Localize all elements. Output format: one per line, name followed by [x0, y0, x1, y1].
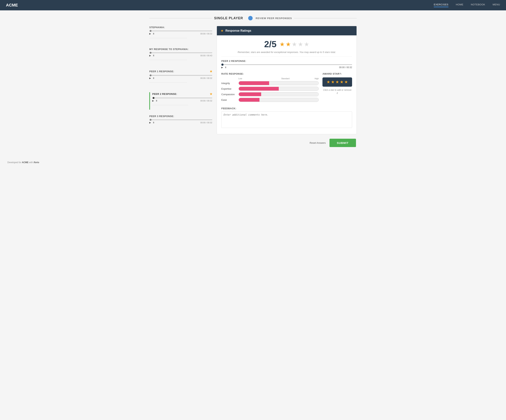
peer-track-dot: [221, 64, 224, 66]
audio-section-peer1: PEER 1 RESPONSE: ★ ▶ ⏸ 00:00 / 00:32: [149, 70, 212, 87]
peer3-play-btn[interactable]: ▶: [149, 121, 151, 124]
peer3-progress-dot: [150, 119, 152, 121]
bar-fill-integrity: [239, 81, 269, 85]
footer-forio: /forio: [33, 161, 39, 164]
my-response-pause-btn[interactable]: ⏸: [153, 54, 155, 57]
overall-rating: 2/5 ★ ★ ★ ★ ★: [221, 39, 352, 49]
tab-line-left: [149, 18, 212, 18]
peer1-divider: [149, 82, 187, 83]
tab-dot-separator: [248, 16, 253, 20]
peer2-track: ▶ ⏸ 00:00 / 00:32: [152, 98, 212, 102]
footer-brand: ACME: [22, 161, 28, 164]
star-display: ★ ★ ★ ★ ★: [280, 41, 309, 48]
peer3-track: ▶ ⏸ 00:00 / 00:32: [149, 120, 212, 124]
bar-row-integrity: Integrity: [221, 81, 319, 85]
peer-track-progress[interactable]: [221, 64, 352, 65]
peer2-pause-btn[interactable]: ⏸: [155, 100, 158, 102]
stephania-progress-bar[interactable]: [149, 31, 212, 31]
nav-exercises[interactable]: EXERCISES: [434, 3, 448, 7]
star-4[interactable]: ★: [298, 41, 303, 48]
rating-divider: [221, 56, 352, 57]
star-3[interactable]: ★: [292, 41, 297, 48]
award-star-1[interactable]: ★: [326, 80, 330, 84]
overall-score: 2/5: [264, 39, 277, 49]
stephania-pause-btn[interactable]: ⏸: [153, 32, 155, 35]
tab-single-player[interactable]: SINGLE PLAYER: [214, 16, 243, 20]
audio-section-stephania: STEPHANIA: ▶ ⏸ 00:00 / 00:32: [149, 26, 212, 43]
audio-section-peer2: PEER 2 RESPONSE: ★ ▶ ⏸ 00:00 / 00:32: [149, 92, 212, 110]
my-response-progress-bar[interactable]: [149, 52, 212, 53]
footer-text-prefix: Developed for: [7, 161, 22, 164]
peer3-progress-bar[interactable]: [149, 120, 212, 120]
star-1[interactable]: ★: [280, 41, 285, 48]
my-response-controls: ▶ ⏸ 00:00 / 00:43: [149, 54, 212, 57]
tab-review-peer[interactable]: REVIEW PEER RESPONSES: [256, 17, 292, 20]
my-response-title: MY RESPONSE TO STEPHANIA:: [149, 48, 212, 51]
nav-notebook[interactable]: NOTEBOOK: [471, 3, 485, 7]
my-response-progress-dot: [150, 52, 152, 54]
award-star-2[interactable]: ★: [331, 80, 335, 84]
nav-home[interactable]: HOME: [456, 3, 463, 7]
star-2[interactable]: ★: [286, 41, 291, 48]
rate-label: RATE RESPONSE:: [221, 72, 319, 75]
stephania-title: STEPHANIA:: [149, 26, 212, 29]
bottom-bar: Reset Answers SUBMIT: [149, 139, 357, 147]
peer1-pause-btn[interactable]: ⏸: [153, 77, 155, 80]
bar-chart-area: Low Standard High Integrity: [221, 77, 319, 102]
tab-bar: SINGLE PLAYER REVIEW PEER RESPONSES: [149, 16, 357, 20]
content-layout: STEPHANIA: ▶ ⏸ 00:00 / 00:32 M: [149, 26, 357, 134]
bar-fill-compassion: [239, 92, 261, 96]
award-star-4[interactable]: ★: [340, 80, 344, 84]
peer2-progress-dot: [153, 97, 154, 99]
nav-menu[interactable]: MENU: [493, 3, 500, 7]
tab-line-right: [294, 18, 357, 18]
peer1-label: PEER 1 RESPONSE:: [149, 70, 174, 73]
bar-expertise[interactable]: [239, 87, 319, 91]
my-response-label: MY RESPONSE TO STEPHANIA:: [149, 48, 189, 51]
peer3-time: 00:00 / 00:32: [200, 121, 212, 124]
bar-compassion[interactable]: [239, 92, 319, 96]
peer2-title: PEER 2 RESPONSE: ★: [152, 92, 212, 96]
peer2-time: 00:00 / 00:32: [200, 100, 212, 102]
bar-label-expertise: Expertise: [221, 87, 237, 90]
my-response-time: 00:00 / 00:43: [200, 54, 212, 57]
award-stars-container: ★ ★ ★ ★ ★: [322, 77, 352, 87]
stephania-time: 00:00 / 00:32: [200, 33, 212, 35]
reset-answers-link[interactable]: Reset Answers: [310, 141, 326, 144]
bar-ease[interactable]: [239, 98, 319, 102]
rating-note: Remember, stars are awarded for exceptio…: [221, 51, 352, 53]
peer2-play-btn[interactable]: ▶: [152, 100, 154, 102]
stephania-play-btn[interactable]: ▶: [149, 32, 151, 35]
footer: Developed for ACME with /forio: [0, 158, 506, 167]
award-section: AWARD STAR?: ★ ★ ★ ★ ★ Click a star to a…: [322, 72, 352, 103]
ratings-header-star-icon: ★: [220, 29, 224, 33]
ratings-header: ★ Response Ratings: [217, 26, 357, 35]
stephania-track: ▶ ⏸ 00:00 / 00:32: [149, 31, 212, 35]
peer3-pause-btn[interactable]: ⏸: [153, 121, 155, 124]
star-5[interactable]: ★: [304, 41, 309, 48]
bar-fill-expertise: [239, 87, 279, 91]
peer1-play-btn[interactable]: ▶: [149, 77, 151, 80]
audio-section-my-response: MY RESPONSE TO STEPHANIA: ▶ ⏸ 00:00 / 00…: [149, 48, 212, 64]
rate-section: RATE RESPONSE: Low Standard High Integri…: [221, 72, 319, 103]
feedback-textarea[interactable]: [221, 111, 352, 128]
peer2-progress-bar[interactable]: [152, 98, 212, 98]
bar-integrity[interactable]: [239, 81, 319, 85]
submit-button[interactable]: SUBMIT: [329, 139, 356, 147]
peer-play-btn[interactable]: ▶: [221, 66, 223, 69]
navbar: ACME EXERCISES HOME NOTEBOOK MENU: [0, 0, 506, 10]
peer2-star-icon: ★: [210, 92, 213, 96]
peer3-label: PEER 3 RESPONSE:: [149, 115, 174, 118]
peer1-progress-bar[interactable]: [149, 75, 212, 76]
my-response-play-btn[interactable]: ▶: [149, 54, 151, 57]
award-star-3[interactable]: ★: [335, 80, 339, 84]
peer1-title: PEER 1 RESPONSE: ★: [149, 70, 212, 73]
award-star-5[interactable]: ★: [344, 80, 348, 84]
bar-label-compassion: Compassion: [221, 93, 237, 96]
stephania-label: STEPHANIA:: [149, 26, 165, 29]
peer-pause-btn[interactable]: ⏸: [225, 66, 227, 69]
audio-section-peer3: PEER 3 RESPONSE: ▶ ⏸ 00:00 / 00:32: [149, 115, 212, 129]
bar-row-expertise: Expertise: [221, 87, 319, 91]
brand-logo: ACME: [6, 3, 18, 8]
feedback-label: FEEDBACK:: [221, 107, 352, 110]
